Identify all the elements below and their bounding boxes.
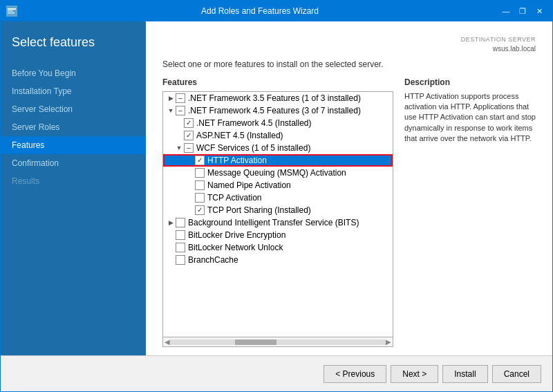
list-item[interactable]: ✓ HTTP Activation	[163, 154, 393, 167]
feature-checkbox[interactable]	[195, 193, 205, 203]
feature-checkbox[interactable]	[195, 168, 205, 178]
list-item[interactable]: ✓ TCP Port Sharing (Installed)	[163, 204, 393, 216]
expand-icon	[166, 243, 176, 252]
restore-button[interactable]: ❐	[515, 4, 530, 18]
horizontal-scrollbar[interactable]: ◀ ▶	[162, 337, 393, 347]
feature-checkbox[interactable]	[176, 230, 185, 240]
expand-icon	[185, 193, 195, 203]
list-item[interactable]: ▼ – WCF Services (1 of 5 installed)	[163, 142, 393, 154]
main-area: DESTINATION SERVER wsus.lab.local Select…	[146, 21, 552, 355]
list-item[interactable]: TCP Activation	[163, 192, 393, 204]
window-title: Add Roles and Features Wizard	[21, 6, 498, 16]
sidebar: Select features Before You Begin Install…	[1, 21, 146, 355]
list-item[interactable]: ▶ Background Intelligent Transfer Servic…	[163, 216, 393, 229]
scroll-track[interactable]	[170, 339, 386, 345]
sidebar-item-installation-type[interactable]: Installation Type	[1, 82, 146, 100]
sidebar-item-before-you-begin[interactable]: Before You Begin	[1, 64, 146, 82]
destination-server-info: DESTINATION SERVER wsus.lab.local	[162, 35, 536, 54]
wizard-body: Select features Before You Begin Install…	[1, 21, 552, 355]
feature-label: WCF Services (1 of 5 installed)	[196, 143, 310, 153]
list-item[interactable]: BitLocker Drive Encryption	[163, 229, 393, 241]
list-item[interactable]: Message Queuing (MSMQ) Activation	[163, 167, 393, 179]
sidebar-item-results: Results	[1, 172, 146, 190]
feature-label: BranchCache	[188, 255, 238, 265]
feature-checkbox[interactable]: ✓	[195, 156, 205, 165]
feature-checkbox[interactable]: –	[176, 106, 185, 115]
list-item[interactable]: BitLocker Network Unlock	[163, 241, 393, 254]
cancel-button[interactable]: Cancel	[492, 365, 541, 383]
sidebar-title: Select features	[1, 35, 146, 64]
feature-label: BitLocker Drive Encryption	[188, 230, 285, 240]
window-controls: — ❐ ✕	[498, 4, 547, 18]
features-container: Features ▶ – .NET Framework 3.5 Features…	[162, 77, 536, 347]
sidebar-item-server-roles[interactable]: Server Roles	[1, 118, 146, 136]
expand-icon	[166, 255, 176, 265]
feature-label: .NET Framework 4.5 (Installed)	[196, 118, 312, 128]
scroll-left-btn[interactable]: ◀	[165, 338, 170, 346]
feature-label: .NET Framework 4.5 Features (3 of 7 inst…	[188, 106, 361, 115]
expand-icon	[174, 131, 184, 140]
features-list[interactable]: ▶ – .NET Framework 3.5 Features (1 of 3 …	[162, 91, 393, 337]
scroll-right-btn[interactable]: ▶	[386, 338, 391, 346]
svg-rect-3	[8, 12, 15, 14]
sidebar-item-features[interactable]: Features	[1, 136, 146, 154]
expand-icon: ▶	[166, 218, 176, 227]
feature-label: TCP Activation	[207, 193, 261, 203]
app-icon	[6, 6, 17, 17]
spacer	[162, 347, 536, 355]
sidebar-item-confirmation[interactable]: Confirmation	[1, 154, 146, 172]
expand-icon	[166, 230, 176, 240]
feature-checkbox[interactable]: ✓	[184, 131, 194, 140]
destination-server-value: wsus.lab.local	[162, 44, 536, 54]
expand-icon: ▼	[174, 143, 184, 153]
feature-checkbox[interactable]	[176, 218, 185, 227]
feature-label: Named Pipe Activation	[207, 180, 291, 190]
feature-label: Message Queuing (MSMQ) Activation	[207, 168, 346, 178]
list-item[interactable]: ✓ ASP.NET 4.5 (Installed)	[163, 129, 393, 142]
feature-checkbox[interactable]	[195, 180, 205, 190]
instruction-text: Select one or more features to install o…	[162, 59, 536, 69]
expand-icon	[174, 118, 184, 128]
feature-checkbox[interactable]	[176, 255, 185, 265]
wizard-window: Add Roles and Features Wizard — ❐ ✕ Sele…	[0, 0, 553, 392]
feature-label: .NET Framework 3.5 Features (1 of 3 inst…	[188, 93, 361, 103]
expand-icon: ▶	[166, 93, 176, 103]
feature-checkbox[interactable]: ✓	[184, 118, 194, 128]
feature-label: Background Intelligent Transfer Service …	[188, 218, 359, 227]
svg-rect-2	[8, 10, 13, 12]
close-button[interactable]: ✕	[532, 4, 547, 18]
install-button[interactable]: Install	[442, 365, 487, 383]
description-header: Description	[404, 77, 536, 87]
feature-checkbox[interactable]: –	[184, 143, 194, 153]
sidebar-item-server-selection[interactable]: Server Selection	[1, 100, 146, 118]
expand-icon	[185, 180, 195, 190]
feature-label: BitLocker Network Unlock	[188, 243, 283, 252]
expand-icon	[185, 205, 195, 215]
feature-label: TCP Port Sharing (Installed)	[207, 205, 311, 215]
list-item[interactable]: Named Pipe Activation	[163, 179, 393, 192]
feature-label: HTTP Activation	[207, 156, 267, 165]
description-text: HTTP Activation supports process activat…	[404, 91, 536, 144]
svg-rect-1	[8, 8, 16, 10]
features-panel: Features ▶ – .NET Framework 3.5 Features…	[162, 77, 393, 347]
list-item[interactable]: ▼ – .NET Framework 4.5 Features (3 of 7 …	[163, 104, 393, 117]
features-header: Features	[162, 77, 393, 87]
feature-checkbox[interactable]: ✓	[195, 205, 205, 215]
feature-checkbox[interactable]: –	[176, 93, 185, 103]
next-button[interactable]: Next >	[391, 365, 438, 383]
expand-icon: ▼	[166, 106, 176, 115]
description-panel: Description HTTP Activation supports pro…	[404, 77, 536, 347]
feature-checkbox[interactable]	[176, 243, 185, 252]
list-item[interactable]: BranchCache	[163, 254, 393, 266]
list-item[interactable]: ▶ – .NET Framework 3.5 Features (1 of 3 …	[163, 92, 393, 104]
list-item[interactable]: ✓ .NET Framework 4.5 (Installed)	[163, 117, 393, 129]
destination-server-label: DESTINATION SERVER	[162, 35, 536, 44]
scroll-thumb[interactable]	[235, 339, 276, 345]
expand-icon	[185, 168, 195, 178]
bottom-bar: < Previous Next > Install Cancel	[1, 355, 552, 391]
feature-label: ASP.NET 4.5 (Installed)	[196, 131, 283, 140]
previous-button[interactable]: < Previous	[324, 365, 386, 383]
expand-icon	[185, 156, 195, 165]
minimize-button[interactable]: —	[498, 4, 514, 18]
title-bar: Add Roles and Features Wizard — ❐ ✕	[1, 1, 552, 21]
